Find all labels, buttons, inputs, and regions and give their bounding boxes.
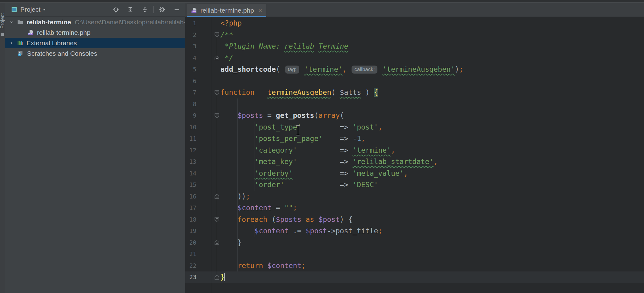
line-number[interactable]: 6 (185, 75, 196, 87)
tree-label-folder[interactable]: relilab-termine (26, 18, 71, 26)
line-number[interactable]: 20 (185, 237, 196, 249)
line-number[interactable]: 5 (185, 64, 196, 75)
code-line[interactable]: add_shortcode( tag: 'termine', callback:… (220, 64, 463, 75)
code-token: => (340, 158, 353, 166)
code-token (255, 88, 268, 96)
code-line[interactable]: foreach ($posts as $post) { (220, 214, 352, 226)
code-editor[interactable]: 1234567891011121314151617181920212223 <?… (185, 17, 644, 293)
code-line[interactable]: )); (220, 191, 250, 203)
line-number[interactable]: 18 (185, 214, 196, 226)
tree-row-external-libraries[interactable]: External Libraries (5, 38, 185, 48)
code-token: ; (378, 227, 382, 235)
close-icon[interactable]: × (258, 7, 262, 14)
code-line[interactable]: function termineAusgeben( $atts ) { (220, 87, 378, 98)
mouse-cursor-ibeam (296, 125, 300, 135)
code-token: $content (237, 204, 272, 212)
code-token: { (374, 88, 378, 96)
tool-window-stripe[interactable]: Project (0, 3, 5, 293)
fold-marker-open[interactable] (215, 32, 219, 37)
project-panel-title[interactable]: Project (20, 6, 40, 13)
hide-panel-button[interactable] (174, 6, 180, 13)
line-number[interactable]: 10 (185, 122, 196, 133)
code-line[interactable]: /** (220, 29, 233, 41)
line-number[interactable]: 23 (185, 271, 196, 283)
code-line[interactable]: 'order' => 'DESC' (220, 179, 378, 191)
project-panel-header: Project (5, 3, 185, 17)
code-token: ; (459, 65, 464, 73)
chevron-down-icon[interactable] (9, 19, 14, 25)
code-token: termineAusgeben (267, 88, 331, 96)
code-line[interactable]: $posts = get_posts(array( (220, 110, 344, 122)
line-number[interactable]: 3 (185, 41, 196, 52)
fold-marker-open[interactable] (215, 113, 219, 118)
code-line[interactable]: *Plugin Name: relilab Termine (220, 41, 348, 52)
code-line[interactable]: } (220, 271, 225, 283)
line-number[interactable]: 2 (185, 29, 196, 41)
code-line[interactable]: $content = ""; (220, 202, 297, 214)
tree-row-php-file[interactable]: PHP relilab-termine.php (5, 27, 185, 38)
tab-relilab-termine-php[interactable]: PHP relilab-termine.php × (187, 4, 266, 17)
code-line[interactable]: <?php (220, 18, 242, 29)
chevron-down-icon[interactable] (42, 7, 46, 12)
code-line[interactable]: $content .= $post->post_title; (220, 225, 382, 237)
fold-marker-open[interactable] (215, 90, 219, 95)
code-token (220, 134, 255, 142)
tree-row-project-root[interactable]: relilab-termine C:\Users\Daniel\Desktop\… (5, 17, 185, 27)
line-number[interactable]: 4 (185, 52, 196, 64)
line-number[interactable]: 1 (185, 18, 196, 29)
line-number[interactable]: 7 (185, 87, 196, 98)
code-token: => (340, 134, 353, 142)
code-token (220, 123, 255, 131)
line-number[interactable]: 13 (185, 156, 196, 168)
fold-marker-open[interactable] (215, 217, 219, 222)
line-number[interactable]: 11 (185, 133, 196, 145)
line-number[interactable]: 12 (185, 145, 196, 156)
code-token: relilab (284, 42, 314, 50)
code-line[interactable]: 'posts_per_page' => -1, (220, 133, 365, 145)
code-token: ( (267, 215, 276, 223)
code-token: , (433, 158, 438, 166)
tree-label-scratches[interactable]: Scratches and Consoles (27, 50, 97, 57)
chevron-right-icon[interactable] (9, 40, 14, 46)
tree-row-scratches[interactable]: Scratches and Consoles (5, 48, 185, 59)
code-token: ) { (340, 215, 353, 223)
line-number[interactable]: 8 (185, 98, 196, 110)
svg-text:PHP: PHP (28, 33, 32, 35)
expand-all-button[interactable] (127, 6, 133, 13)
code-line[interactable]: 'post_type' => 'post', (220, 122, 382, 133)
fold-marker-close[interactable] (215, 55, 219, 60)
code-token: 'category' (255, 146, 297, 154)
stripe-project-label[interactable]: Project (0, 9, 5, 33)
tab-label[interactable]: relilab-termine.php (200, 7, 254, 14)
collapse-all-button[interactable] (142, 6, 148, 13)
code-token: <?php (220, 19, 242, 27)
line-number[interactable]: 21 (185, 248, 196, 260)
tree-label-external-libraries[interactable]: External Libraries (26, 39, 77, 47)
code-token: 'meta_value' (352, 169, 404, 177)
tree-folder-path: C:\Users\Daniel\Desktop\relilab\relilab-… (75, 18, 185, 26)
line-number[interactable]: 14 (185, 168, 196, 179)
tree-label-php-file[interactable]: relilab-termine.php (37, 29, 91, 36)
locate-file-button[interactable] (113, 6, 119, 13)
line-number[interactable]: 17 (185, 202, 196, 214)
code-line[interactable]: return $content; (220, 260, 306, 272)
stripe-tool-icon[interactable] (1, 33, 4, 36)
code-line[interactable]: 'category' => 'termine', (220, 145, 395, 156)
fold-marker-close[interactable] (215, 194, 219, 199)
line-number[interactable]: 19 (185, 225, 196, 237)
toolbar-divider (153, 6, 154, 13)
code-line[interactable]: */ (220, 52, 233, 64)
fold-marker-close[interactable] (215, 240, 219, 245)
line-number[interactable]: 15 (185, 179, 196, 191)
line-number[interactable]: 16 (185, 191, 196, 203)
code-token (220, 146, 255, 154)
line-number[interactable]: 22 (185, 260, 196, 272)
settings-gear-icon[interactable] (159, 6, 165, 13)
code-line[interactable]: } (220, 237, 242, 249)
line-number[interactable]: 9 (185, 110, 196, 122)
code-line[interactable]: 'orderby' => 'meta_value', (220, 168, 408, 179)
code-line[interactable]: 'meta_key' => 'relilab_startdate', (220, 156, 438, 168)
fold-marker-close[interactable] (215, 275, 219, 280)
code-token: 'posts_per_page' (255, 134, 323, 142)
code-token (220, 111, 237, 119)
